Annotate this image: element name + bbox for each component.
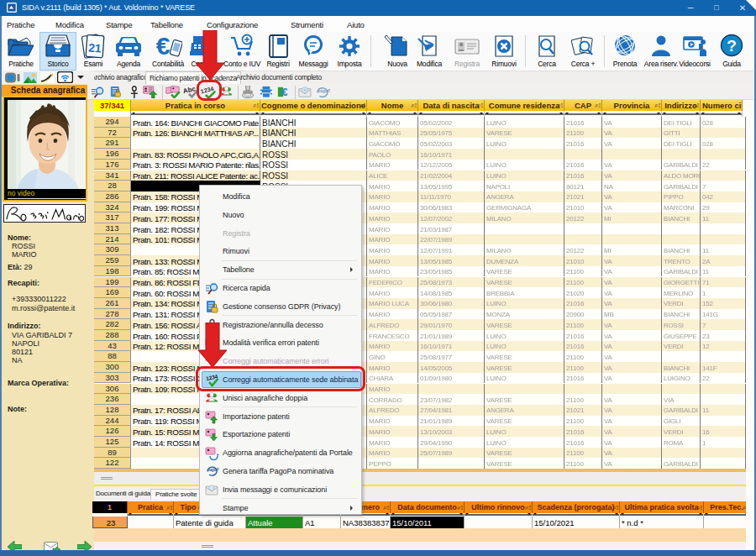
svg-text:€: €	[281, 86, 288, 98]
svg-text:?: ?	[727, 37, 736, 55]
svg-text:€: €	[156, 34, 171, 59]
svg-text:pagoP: pagoP	[207, 468, 219, 472]
svg-text:21: 21	[88, 41, 102, 55]
svg-text:pagoP: pagoP	[318, 89, 330, 93]
